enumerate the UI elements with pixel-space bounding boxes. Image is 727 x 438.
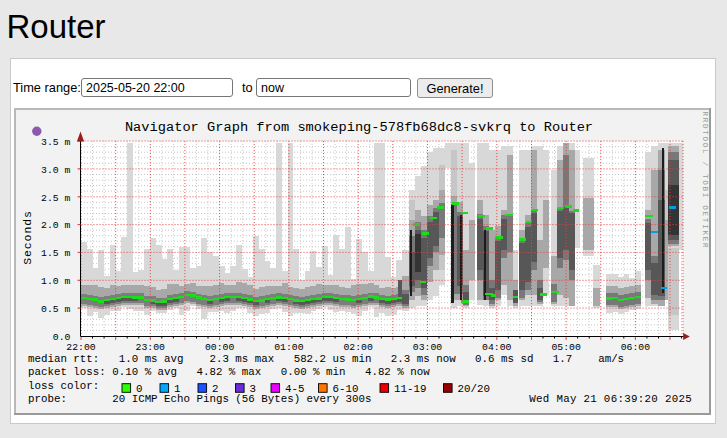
svg-text:2: 2 [212,383,218,395]
svg-text:0: 0 [136,383,142,395]
svg-text:3: 3 [250,383,256,395]
svg-text:03:00: 03:00 [413,342,443,353]
svg-text:6-10: 6-10 [333,383,359,395]
svg-text:22:00: 22:00 [66,342,96,353]
svg-text:2.5 m: 2.5 m [41,193,71,204]
svg-text:packet loss: 0.10 % avg 4.82: packet loss: 0.10 % avg 4.82 % max 0.00 … [28,366,430,378]
svg-text:23:00: 23:00 [136,342,166,353]
svg-text:Navigator Graph from smokeping: Navigator Graph from smokeping-578fb68dc… [125,120,593,135]
svg-text:3.5 m: 3.5 m [41,137,71,148]
svg-text:04:00: 04:00 [482,342,512,353]
svg-text:11-19: 11-19 [394,383,426,395]
svg-text:loss color:: loss color: [28,380,99,392]
svg-text:1: 1 [174,383,180,395]
svg-text:1.5 m: 1.5 m [41,248,71,259]
svg-text:1.0 m: 1.0 m [41,276,71,287]
svg-text:05:00: 05:00 [551,342,581,353]
svg-text:4-5: 4-5 [285,383,304,395]
svg-text:01:00: 01:00 [274,342,304,353]
svg-text:00:00: 00:00 [205,342,235,353]
svg-text:median rtt: 1.0 ms avg 2.: median rtt: 1.0 ms avg 2.3 ms max 582.2 … [28,353,624,365]
svg-text:Seconds: Seconds [21,210,34,265]
svg-text:02:00: 02:00 [343,342,373,353]
svg-text:2.0 m: 2.0 m [41,220,71,231]
svg-text:Wed May 21 06:39:20 2025: Wed May 21 06:39:20 2025 [529,393,692,405]
svg-text:3.0 m: 3.0 m [41,165,71,176]
svg-text:20/20: 20/20 [458,383,490,395]
svg-text:probe: 20 ICMP Echo Ping: probe: 20 ICMP Echo Pings (56 Bytes) eve… [28,393,371,405]
svg-text:RRDTOOL / TOBI OETIKER: RRDTOOL / TOBI OETIKER [701,112,709,250]
svg-text:06:00: 06:00 [621,342,651,353]
svg-text:0.5 m: 0.5 m [41,304,71,315]
